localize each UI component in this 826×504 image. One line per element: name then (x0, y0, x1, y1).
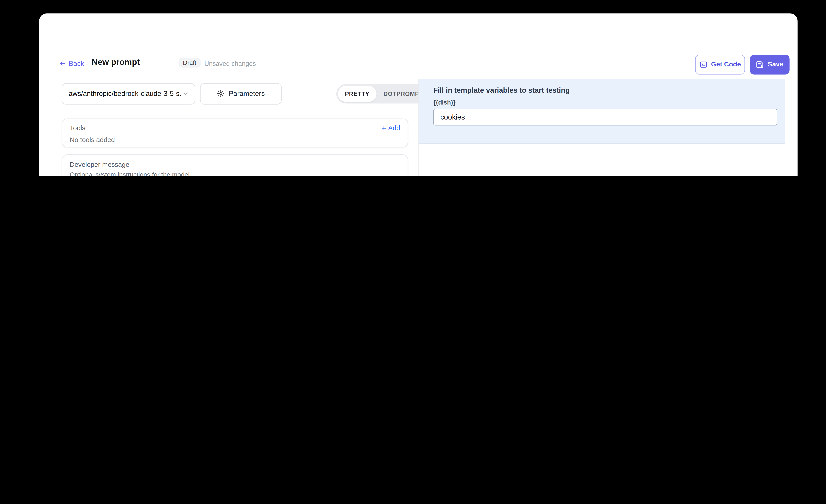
save-icon (756, 60, 764, 68)
chevron-down-icon (182, 90, 189, 98)
tools-empty-text: No tools added (70, 136, 400, 143)
developer-message-card: Developer message Optional system instru… (62, 154, 408, 176)
dish-variable-label: {{dish}} (433, 99, 777, 106)
dish-variable-input[interactable] (433, 109, 777, 126)
model-selector-value: aws/anthropic/bedrock-claude-3-5-s... (69, 89, 182, 98)
get-code-label: Get Code (711, 61, 741, 68)
tools-card: Tools + Add No tools added (62, 118, 408, 147)
save-button[interactable]: Save (750, 54, 789, 74)
status-badge: Draft (179, 58, 200, 68)
page-title: New prompt (92, 57, 140, 67)
get-code-button[interactable]: Get Code (695, 54, 745, 74)
save-label: Save (768, 61, 783, 68)
back-arrow-icon (59, 60, 66, 67)
unsaved-changes-text: Unsaved changes (204, 60, 256, 67)
toggle-pretty[interactable]: PRETTY (338, 85, 376, 102)
template-variables-title: Fill in template variables to start test… (433, 86, 777, 94)
terminal-icon (699, 60, 707, 68)
parameters-label: Parameters (229, 89, 265, 98)
back-button[interactable]: Back (59, 59, 84, 67)
template-variables-panel: Fill in template variables to start test… (419, 79, 785, 144)
model-selector[interactable]: aws/anthropic/bedrock-claude-3-5-s... (62, 83, 195, 104)
developer-message-subtitle: Optional system instructions for the mod… (68, 171, 402, 176)
format-toggle: PRETTY DOTPROMPT (336, 84, 431, 103)
add-tool-button[interactable]: + Add (381, 124, 400, 132)
tools-title: Tools (70, 124, 85, 132)
app-window: Back New prompt Draft Unsaved changes Ge… (39, 13, 798, 176)
back-label: Back (69, 59, 84, 67)
add-tool-label: Add (388, 124, 400, 132)
developer-message-title: Developer message (68, 161, 402, 168)
plus-icon: + (381, 125, 386, 131)
parameters-button[interactable]: Parameters (200, 83, 282, 104)
gear-icon (217, 89, 225, 98)
screenshot-stage: Back New prompt Draft Unsaved changes Ge… (0, 0, 826, 176)
